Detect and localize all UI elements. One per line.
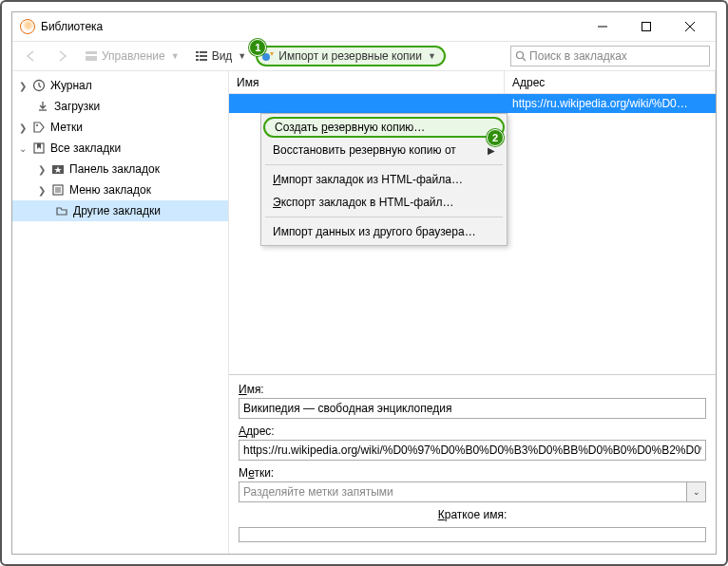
toolbar: Управление ▼ Вид ▼ 1 Импорт и резервные … — [12, 41, 716, 71]
details-pane: Имя: Адрес: Метки: ⌄ — [229, 374, 716, 554]
views-button[interactable]: Вид ▼ — [189, 45, 253, 67]
organize-button[interactable]: Управление ▼ — [79, 45, 185, 67]
svg-rect-1 — [642, 23, 651, 31]
expand-icon[interactable]: ❯ — [16, 81, 29, 91]
tags-label: Метки: — [239, 466, 706, 480]
menu-bookmarks-icon — [50, 183, 66, 197]
tree-downloads[interactable]: Загрузки — [12, 96, 228, 117]
collapse-icon[interactable]: ⌄ — [16, 143, 29, 154]
import-backup-menu: Создать резервную копию… 2 Восстановить … — [260, 113, 508, 246]
svg-line-14 — [523, 58, 526, 61]
menu-restore-backup[interactable]: Восстановить резервную копию от ▶ — [263, 139, 505, 161]
tree-toolbar-bookmarks[interactable]: ❯ Панель закладок — [12, 159, 228, 179]
menu-create-backup[interactable]: Создать резервную копию… 2 — [263, 117, 505, 138]
expand-icon[interactable]: ❯ — [16, 123, 29, 133]
history-icon — [31, 79, 47, 92]
shortname-label: Краткое имя: — [438, 508, 507, 521]
window-title: Библиотека — [41, 20, 103, 33]
library-window: Библиотека Управление ▼ — [11, 11, 717, 555]
column-name[interactable]: Имя — [229, 71, 505, 93]
menu-export-html[interactable]: Экспорт закладок в HTML-файл… — [263, 191, 505, 214]
cell-address: https://ru.wikipedia.org/wiki/%D0… — [505, 97, 716, 110]
folder-icon — [54, 204, 69, 217]
caret-down-icon: ▼ — [171, 51, 180, 61]
back-button[interactable] — [18, 45, 45, 67]
svg-point-12 — [262, 53, 270, 61]
firefox-icon — [20, 19, 35, 34]
expand-icon[interactable]: ❯ — [35, 164, 48, 175]
menu-import-html[interactable]: Импорт закладок из HTML-файла… — [263, 168, 505, 191]
expand-icon[interactable]: ❯ — [35, 185, 48, 196]
list-header: Имя Адрес — [229, 71, 716, 94]
tags-input[interactable] — [239, 481, 687, 502]
star-icon — [50, 162, 66, 176]
address-input[interactable] — [239, 440, 706, 461]
column-address[interactable]: Адрес — [505, 71, 716, 93]
address-label: Адрес: — [239, 424, 706, 438]
tags-dropdown-button[interactable]: ⌄ — [687, 481, 706, 502]
main-panel: Имя Адрес https://ru.wikipedia.org/wiki/… — [229, 71, 716, 554]
caret-down-icon: ▼ — [428, 51, 436, 61]
tree-other-bookmarks[interactable]: Другие закладки — [12, 200, 228, 221]
svg-rect-5 — [86, 56, 97, 61]
list-body: https://ru.wikipedia.org/wiki/%D0… Созда… — [229, 94, 716, 374]
svg-rect-7 — [200, 51, 207, 53]
tree-tags[interactable]: ❯ Метки — [12, 117, 228, 138]
titlebar: Библиотека — [12, 12, 716, 41]
svg-rect-9 — [200, 55, 207, 57]
import-backup-button[interactable]: 1 Импорт и резервные копии ▼ — [256, 46, 446, 66]
svg-rect-8 — [196, 55, 199, 57]
caret-down-icon: ▼ — [238, 51, 246, 61]
tree-all-bookmarks[interactable]: ⌄ Все закладки — [12, 138, 228, 159]
svg-rect-11 — [200, 59, 207, 61]
forward-button[interactable] — [48, 45, 75, 67]
list-row[interactable]: https://ru.wikipedia.org/wiki/%D0… — [229, 94, 716, 113]
menu-import-browser[interactable]: Импорт данных из другого браузера… — [263, 220, 505, 243]
tree-menu-bookmarks[interactable]: ❯ Меню закладок — [12, 179, 228, 200]
views-icon — [195, 49, 208, 63]
search-input[interactable] — [529, 49, 705, 63]
sidebar: ❯ Журнал Загрузки ❯ Метки ⌄ Все закладки — [12, 71, 229, 554]
menu-separator — [265, 217, 503, 217]
download-icon — [35, 100, 50, 113]
svg-rect-10 — [196, 59, 199, 61]
submenu-arrow-icon: ▶ — [488, 145, 495, 156]
svg-rect-4 — [86, 51, 97, 54]
tree-history[interactable]: ❯ Журнал — [12, 75, 228, 96]
minimize-button[interactable] — [581, 12, 624, 41]
maximize-button[interactable] — [624, 12, 668, 41]
organize-icon — [85, 49, 98, 63]
search-box[interactable] — [510, 46, 710, 66]
search-icon — [515, 50, 526, 62]
shortname-input[interactable] — [239, 527, 706, 542]
svg-rect-6 — [196, 51, 199, 53]
svg-point-13 — [517, 52, 524, 59]
bookmarks-icon — [31, 142, 47, 155]
tag-icon — [31, 121, 47, 134]
close-button[interactable] — [668, 12, 712, 41]
svg-point-17 — [36, 124, 38, 126]
menu-separator — [265, 164, 503, 165]
name-label: Имя: — [239, 383, 706, 396]
name-input[interactable] — [239, 398, 706, 419]
